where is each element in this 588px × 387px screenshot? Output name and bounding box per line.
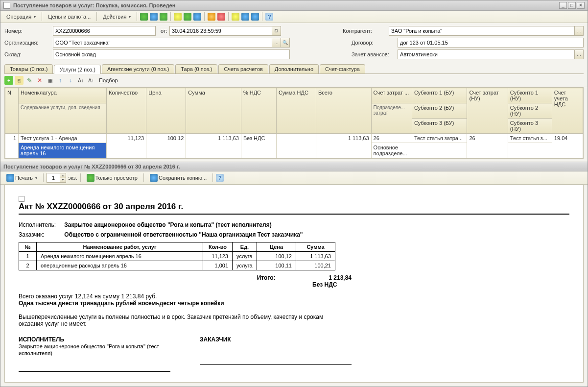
sort-desc-icon[interactable]: A↑: [87, 76, 95, 85]
print-help-icon[interactable]: ?: [216, 174, 224, 182]
col-sub1[interactable]: Субконто 1 (БУ): [412, 88, 467, 103]
sign-customer: ЗАКАЗЧИК: [200, 336, 231, 343]
novat-label: Без НДС: [312, 281, 352, 288]
tab-agent[interactable]: Агентские услуги (0 поз.): [102, 64, 174, 73]
print-preview: Акт № XXZZ0000666 от 30 апреля 2016 г. И…: [4, 185, 584, 383]
copies-up-icon[interactable]: ▲: [60, 173, 66, 178]
print-checkbox[interactable]: [19, 196, 24, 202]
refresh-icon[interactable]: [150, 13, 158, 21]
col-vatacc[interactable]: Счет учета НДС: [552, 88, 583, 134]
org-search-icon[interactable]: 🔍: [281, 38, 290, 48]
counterparty-input[interactable]: [389, 26, 575, 36]
report-icon[interactable]: [208, 13, 215, 21]
print-menu[interactable]: Печать: [3, 173, 40, 183]
org-select-icon[interactable]: …: [272, 38, 281, 48]
col-n[interactable]: N: [5, 88, 19, 134]
extra-icon-2[interactable]: [241, 13, 249, 21]
print-window-title: Поступление товаров и услуг № XXZZ000066…: [3, 164, 180, 169]
col-sum[interactable]: Сумма: [186, 88, 241, 134]
close-button[interactable]: ×: [577, 2, 585, 9]
act-summary: Всего оказано услуг 12,124 на сумму 1 21…: [19, 293, 569, 300]
col-vatsum[interactable]: Сумма НДС: [276, 88, 316, 134]
save-copy-button[interactable]: Сохранить копию...: [147, 173, 210, 183]
col-costacc-nu[interactable]: Счет затрат (НУ): [467, 88, 508, 134]
extra-icon-1[interactable]: [232, 13, 239, 21]
col-nomen[interactable]: Номенклатура: [19, 88, 107, 103]
col-costacc[interactable]: Счет затрат ...: [371, 88, 412, 103]
col-sub2[interactable]: Субконто 2 (БУ): [412, 103, 467, 119]
col-division[interactable]: Подразделе... затрат: [371, 103, 412, 134]
col-nomen-sub[interactable]: Содержание услуги, доп. сведения: [19, 103, 107, 134]
copies-down-icon[interactable]: ▼: [60, 178, 66, 182]
actions-menu[interactable]: Действия: [100, 13, 134, 21]
copies-spinner[interactable]: ▲▼: [47, 173, 66, 183]
printer-icon: [6, 174, 14, 182]
contract-input[interactable]: [398, 38, 584, 48]
act-col-sum: Сумма: [296, 242, 335, 252]
tab-packaging[interactable]: Тара (0 поз.): [175, 64, 217, 73]
add-row-icon[interactable]: +: [4, 76, 13, 85]
number-label: Номер:: [4, 28, 51, 34]
act-row: 2 операционные расходы апрель 16 1,001 у…: [19, 261, 335, 270]
tab-extra[interactable]: Дополнительно: [269, 64, 319, 73]
sort-asc-icon[interactable]: A↓: [76, 76, 85, 85]
act-col-price: Цена: [257, 242, 296, 252]
col-sub1n[interactable]: Субконто 1 (НУ): [508, 88, 552, 103]
maximize-button[interactable]: □: [568, 2, 576, 9]
grid-icon[interactable]: ▦: [46, 76, 54, 85]
customer-label: Заказчик:: [19, 231, 63, 238]
warehouse-input[interactable]: [53, 49, 290, 59]
link-icon[interactable]: [193, 13, 201, 21]
col-sub3[interactable]: Субконто 3 (БУ): [412, 119, 467, 134]
advance-label: Зачет авансов:: [352, 51, 396, 57]
view-only-button[interactable]: Только просмотр: [84, 173, 141, 183]
col-sub3n[interactable]: Субконто 3 (НУ): [508, 119, 552, 134]
delete-row-icon[interactable]: ✕: [35, 76, 44, 85]
counterparty-label: Контрагент:: [343, 28, 387, 34]
act-col-n: №: [19, 242, 37, 252]
copy-row-icon[interactable]: ⎘: [15, 76, 24, 85]
minimize-button[interactable]: _: [559, 2, 567, 9]
col-price[interactable]: Цена: [146, 88, 186, 134]
from-label: от:: [161, 28, 167, 34]
tab-services[interactable]: Услуги (2 поз.): [54, 65, 100, 74]
customer-value: Общество с ограниченной ответственностью…: [64, 231, 303, 238]
services-grid[interactable]: N Номенклатура Количество Цена Сумма % Н…: [4, 87, 584, 159]
sign-executor-sub: Закрытое акционероное общество "Рога и к…: [19, 343, 159, 356]
col-total[interactable]: Всего: [316, 88, 371, 134]
counterparty-select-icon[interactable]: …: [575, 26, 584, 36]
post-icon[interactable]: [140, 13, 148, 21]
save-icon[interactable]: [160, 13, 167, 21]
act-col-unit: Ед.: [233, 242, 257, 252]
prices-button[interactable]: Цены и валюта...: [45, 13, 94, 21]
doc-icon-2[interactable]: [184, 13, 191, 21]
doc-icon: [3, 2, 10, 9]
tab-goods[interactable]: Товары (0 поз.): [4, 64, 53, 73]
tab-accounts[interactable]: Счета расчетов: [218, 64, 268, 73]
org-input[interactable]: [53, 38, 272, 48]
date-input[interactable]: [169, 26, 272, 36]
tab-invoice[interactable]: Счет-фактура: [320, 64, 365, 73]
executor-label: Исполнитель:: [19, 221, 63, 228]
col-qty[interactable]: Количество: [107, 88, 146, 134]
table-row[interactable]: 1 Тест услуга 1 - Аренда 11,123 100,12 1…: [5, 134, 583, 143]
debit-credit-icon[interactable]: [217, 13, 225, 21]
print-title-bar: Поступление товаров и услуг № XXZZ000066…: [0, 162, 588, 171]
advance-select-icon[interactable]: …: [575, 49, 584, 59]
act-row: 1 Аренда нежилого помещения апрель 16 11…: [19, 252, 335, 261]
move-up-icon[interactable]: ↑: [56, 76, 65, 85]
edit-row-icon[interactable]: ✎: [25, 76, 34, 85]
extra-icon-3[interactable]: [251, 13, 259, 21]
copies-input[interactable]: [47, 175, 60, 181]
date-picker-icon[interactable]: 🗓: [272, 26, 281, 36]
save-icon: [150, 174, 158, 182]
col-vatpct[interactable]: % НДС: [241, 88, 276, 134]
help-icon[interactable]: ?: [265, 13, 273, 21]
move-down-icon[interactable]: ↓: [66, 76, 75, 85]
number-input[interactable]: [53, 26, 156, 36]
advance-input[interactable]: [398, 49, 575, 59]
doc-icon-1[interactable]: [174, 13, 182, 21]
operation-menu[interactable]: Операция: [3, 13, 39, 21]
grid-select-link[interactable]: Подбор: [97, 76, 120, 84]
col-sub2n[interactable]: Субконто 2 (НУ): [508, 103, 552, 119]
